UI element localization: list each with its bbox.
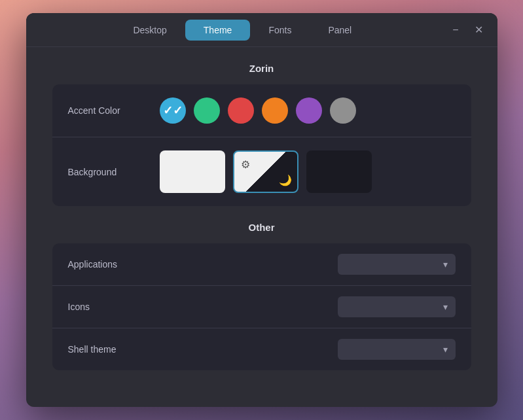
applications-label: Applications [68, 259, 118, 270]
icons-dropdown[interactable] [338, 296, 456, 317]
zorin-card: Accent Color ✓ Background [52, 84, 471, 206]
shell-theme-dropdown[interactable] [338, 339, 456, 360]
shell-theme-label: Shell theme [68, 344, 117, 355]
background-label: Background [68, 167, 160, 177]
bg-light-option[interactable] [160, 150, 225, 193]
window-controls: − ✕ [448, 22, 486, 38]
close-button[interactable]: ✕ [471, 22, 487, 38]
background-options: ⚙ 🌙 [160, 150, 372, 193]
color-purple[interactable] [296, 97, 322, 124]
accent-color-row: Accent Color ✓ [52, 84, 471, 137]
color-green[interactable] [194, 97, 220, 124]
tab-fonts[interactable]: Fonts [250, 20, 310, 41]
bg-auto-option[interactable]: ⚙ 🌙 [233, 150, 298, 193]
bg-dark-option[interactable] [306, 150, 372, 193]
applications-dropdown[interactable] [338, 254, 456, 275]
tab-panel[interactable]: Panel [310, 20, 370, 41]
accent-color-options: ✓ [160, 97, 356, 124]
tab-bar: Desktop Theme Fonts Panel [37, 20, 449, 41]
check-icon: ✓ [163, 103, 173, 118]
app-window: Desktop Theme Fonts Panel − ✕ Zorin Acce… [26, 13, 497, 407]
color-blue[interactable]: ✓ [160, 97, 186, 124]
applications-dropdown-wrapper [338, 254, 456, 275]
icons-dropdown-wrapper [338, 296, 456, 317]
minimize-button[interactable]: − [448, 22, 462, 38]
icons-row: Icons [52, 286, 471, 328]
color-gray[interactable] [330, 97, 356, 124]
zorin-section-title: Zorin [52, 63, 471, 74]
tab-theme[interactable]: Theme [185, 20, 251, 41]
moon-icon: 🌙 [279, 174, 292, 186]
applications-row: Applications [52, 243, 471, 286]
color-red[interactable] [228, 97, 254, 124]
gear-icon: ⚙ [241, 158, 250, 171]
shell-theme-dropdown-wrapper [338, 339, 456, 360]
other-section-title: Other [52, 222, 471, 233]
tab-desktop[interactable]: Desktop [115, 20, 185, 41]
shell-theme-row: Shell theme [52, 328, 471, 370]
main-content: Zorin Accent Color ✓ Background [26, 47, 497, 407]
color-orange[interactable] [262, 97, 288, 124]
other-section: Other Applications Icons [52, 222, 471, 370]
titlebar: Desktop Theme Fonts Panel − ✕ [26, 13, 497, 47]
other-card: Applications Icons [52, 243, 471, 370]
background-row: Background ⚙ 🌙 [52, 137, 471, 206]
icons-label: Icons [68, 302, 90, 312]
accent-color-label: Accent Color [68, 105, 160, 116]
